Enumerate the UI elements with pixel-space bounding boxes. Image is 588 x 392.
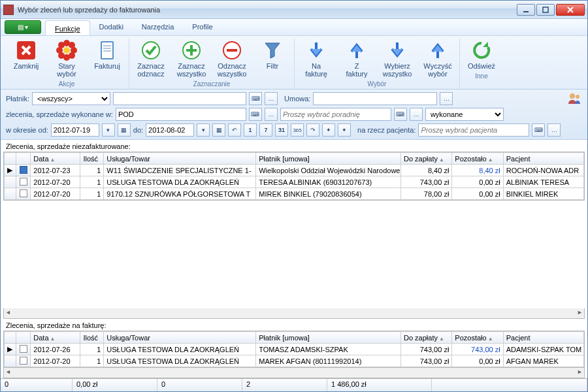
svg-point-13 bbox=[69, 52, 75, 59]
umowa-input[interactable] bbox=[313, 92, 437, 105]
flower-icon bbox=[56, 40, 77, 61]
row-checkbox[interactable] bbox=[16, 188, 30, 200]
range-7-button[interactable]: 7 bbox=[259, 123, 272, 137]
col-header[interactable] bbox=[16, 332, 30, 344]
poradnia-keyboard-button[interactable]: ⌨ bbox=[394, 108, 407, 121]
ribbon-zaznacz-odznacz[interactable]: Zaznaczodznacz bbox=[133, 39, 169, 79]
col-header[interactable]: Data▲ bbox=[31, 153, 80, 165]
poradnia-browse-button[interactable] bbox=[410, 108, 423, 121]
ribbon-z-faktury[interactable]: Zfaktury bbox=[339, 39, 374, 79]
table-row[interactable]: 2012-07-201USŁUGA TESTOWA DLA ZAOKRĄGLEŃ… bbox=[5, 355, 584, 367]
date-from-cal[interactable]: ▦ bbox=[118, 123, 131, 137]
bottom-grid-hscroll[interactable] bbox=[3, 368, 585, 378]
table-row[interactable]: 2012-07-201USŁUGA TESTOWA DLA ZAOKRĄGLEŃ… bbox=[5, 176, 584, 188]
range-extra1-button[interactable]: ✦ bbox=[322, 123, 335, 137]
ribbon-odznacz-wszystko[interactable]: Odznaczwszystko bbox=[214, 39, 250, 79]
people-icon[interactable] bbox=[566, 91, 582, 106]
top-grid[interactable]: Data▲IlośćUsługa/TowarPłatnik [umowa]Do … bbox=[3, 152, 585, 201]
platnik-browse-button[interactable] bbox=[265, 92, 278, 105]
row-checkbox[interactable] bbox=[16, 355, 30, 367]
cell-pac: ALBINIAK TERESA bbox=[503, 176, 583, 188]
bottom-grid[interactable]: Data▲IlośćUsługa/TowarPłatnik [umowa]Do … bbox=[3, 331, 585, 368]
col-header[interactable] bbox=[5, 332, 16, 344]
date-from-spin[interactable]: ▾ bbox=[102, 123, 115, 137]
col-header[interactable]: Usługa/Towar bbox=[104, 153, 256, 165]
col-header[interactable]: Data▲ bbox=[31, 332, 80, 344]
cell-usluga: USŁUGA TESTOWA DLA ZAOKRĄGLEŃ bbox=[104, 355, 256, 367]
plus-icon bbox=[181, 40, 202, 61]
col-header[interactable]: Do zapłaty▲ bbox=[400, 332, 451, 344]
status-cell-4: 2 bbox=[242, 379, 327, 391]
col-header[interactable]: Pozostało▲ bbox=[452, 153, 503, 165]
app-icon bbox=[3, 5, 14, 15]
col-header[interactable] bbox=[5, 153, 16, 165]
cell-platnik: MIREK BINKIEL (79020836054) bbox=[256, 188, 401, 200]
col-header[interactable]: Płatnik [umowa] bbox=[256, 332, 401, 344]
platnik-keyboard-button[interactable]: ⌨ bbox=[249, 92, 262, 105]
close-button[interactable] bbox=[556, 4, 585, 16]
menu-tab-narzędzia[interactable]: Narzędzia bbox=[133, 19, 184, 35]
doc-icon bbox=[97, 40, 118, 61]
poradnia-input[interactable] bbox=[280, 108, 391, 121]
pacjent-keyboard-button[interactable]: ⌨ bbox=[532, 123, 545, 137]
maximize-button[interactable] bbox=[536, 4, 555, 16]
nav-next-button[interactable]: ↷ bbox=[306, 123, 319, 137]
range-1-button[interactable]: 1 bbox=[244, 123, 257, 137]
pacjent-input[interactable] bbox=[418, 123, 529, 137]
menu-tab-dodatki[interactable]: Dodatki bbox=[90, 19, 133, 35]
col-header[interactable]: Usługa/Towar bbox=[104, 332, 256, 344]
ribbon-wyczyść-wybór[interactable]: Wyczyśćwybór bbox=[420, 39, 455, 79]
date-from-input[interactable] bbox=[51, 123, 99, 137]
range-365-button[interactable]: 365 bbox=[291, 123, 304, 137]
platnik-lookup-input[interactable] bbox=[113, 92, 246, 105]
row-checkbox[interactable] bbox=[16, 176, 30, 188]
col-header[interactable]: Ilość bbox=[80, 332, 104, 344]
ribbon-filtr[interactable]: Filtr bbox=[255, 39, 290, 79]
ribbon-na-fakturę[interactable]: Nafakturę bbox=[299, 39, 334, 79]
col-header[interactable]: Pozostało▲ bbox=[452, 332, 503, 344]
col-header[interactable]: Pacjent bbox=[503, 153, 583, 165]
date-to-cal[interactable]: ▦ bbox=[212, 123, 225, 137]
cell-do: 743,00 zł bbox=[400, 344, 451, 355]
range-extra2-button[interactable]: ✦ bbox=[338, 123, 351, 137]
file-menu-button[interactable]: ▤ ▾ bbox=[5, 20, 41, 34]
ribbon-label: Wybierzwszystko bbox=[383, 62, 412, 78]
row-checkbox[interactable] bbox=[16, 165, 30, 176]
minimize-button[interactable] bbox=[517, 4, 535, 16]
date-to-spin[interactable]: ▾ bbox=[197, 123, 210, 137]
table-row[interactable]: ▶2012-07-231W11 ŚWIADCZENIE SPECJALISTYC… bbox=[5, 165, 584, 176]
platnik-select[interactable]: <wszyscy> bbox=[32, 92, 110, 105]
arrow-up-icon bbox=[427, 40, 448, 61]
ribbon-odśwież[interactable]: Odśwież bbox=[464, 39, 499, 71]
col-header[interactable] bbox=[16, 153, 30, 165]
range-31-button[interactable]: 31 bbox=[275, 123, 288, 137]
ribbon-group-label: Akcje bbox=[59, 80, 74, 88]
umowa-browse-button[interactable] bbox=[440, 92, 453, 105]
pacjent-browse-button[interactable] bbox=[547, 123, 561, 137]
menu-tab-funkcje[interactable]: Funkcje bbox=[45, 20, 90, 35]
top-grid-hscroll[interactable] bbox=[3, 308, 585, 319]
cell-pac: AFGAN MAREK bbox=[503, 355, 583, 367]
ribbon-label: Zaznaczodznacz bbox=[137, 62, 165, 78]
row-checkbox[interactable] bbox=[16, 344, 30, 355]
table-row[interactable]: ▶2012-07-261USŁUGA TESTOWA DLA ZAOKRĄGLE… bbox=[5, 344, 584, 355]
ribbon-wybierz-wszystko[interactable]: Wybierzwszystko bbox=[380, 39, 415, 79]
ribbon-stary-wybór[interactable]: Starywybór bbox=[49, 39, 84, 79]
nav-prev-button[interactable]: ↶ bbox=[228, 123, 241, 137]
wykonane-w-input[interactable] bbox=[116, 108, 246, 121]
col-header[interactable]: Płatnik [umowa] bbox=[256, 153, 401, 165]
date-to-input[interactable] bbox=[146, 123, 194, 137]
menu-tab-profile[interactable]: Profile bbox=[183, 19, 221, 35]
col-header[interactable]: Ilość bbox=[80, 153, 104, 165]
ribbon-fakturuj[interactable]: Fakturuj bbox=[90, 39, 125, 79]
ribbon-zamknij[interactable]: Zamknij bbox=[8, 39, 44, 79]
ribbon-group-akcje: ZamknijStarywybórFakturujAkcje bbox=[5, 39, 129, 89]
wykonane-w-keyboard-button[interactable]: ⌨ bbox=[249, 108, 262, 121]
ribbon-zaznacz-wszystko[interactable]: Zaznaczwszystko bbox=[174, 39, 209, 79]
wykonane-w-browse-button[interactable] bbox=[265, 108, 278, 121]
col-header[interactable]: Pacjent bbox=[503, 332, 583, 344]
table-row[interactable]: 2012-07-2019170.12 SZNURÓWKA PÓŁGORSETOW… bbox=[5, 188, 584, 200]
cell-data: 2012-07-20 bbox=[31, 355, 80, 367]
col-header[interactable]: Do zapłaty▲ bbox=[400, 153, 451, 165]
status-select[interactable]: wykonane bbox=[425, 108, 504, 121]
